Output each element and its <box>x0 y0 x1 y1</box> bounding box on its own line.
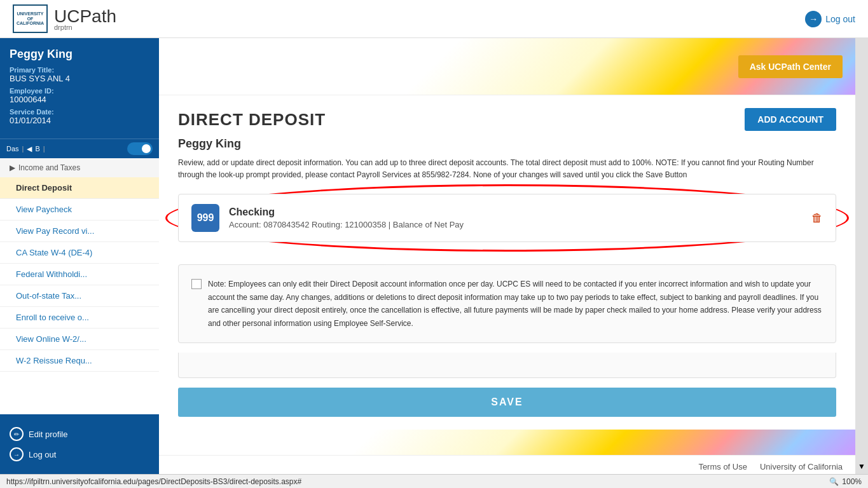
sidebar-user-info: Peggy King Primary Title: BUS SYS ANL 4 … <box>0 38 159 139</box>
terms-of-use-link[interactable]: Terms of Use <box>698 462 747 471</box>
page-header: DIRECT DEPOSIT ADD ACCOUNT <box>178 108 836 131</box>
sidebar-item-ca-state-w4[interactable]: CA State W-4 (DE-4) <box>0 242 159 264</box>
ask-ucpath-button[interactable]: Ask UCPath Center <box>738 55 843 78</box>
delete-account-button[interactable]: 🗑 <box>811 212 823 225</box>
logout-icon: → <box>805 11 822 27</box>
top-bar-right: → Log out <box>805 11 855 27</box>
chevron-down-icon: ▼ <box>858 462 865 471</box>
sidebar-logout-label: Log out <box>29 450 56 459</box>
sidebar-item-label: Direct Deposit <box>16 183 72 193</box>
main-content: Ask UCPath Center DIRECT DEPOSIT ADD ACC… <box>159 38 855 474</box>
top-bar: UNIVERSITYOFCALIFORNIA UCPath drptrn → L… <box>0 0 868 38</box>
sidebar-item-w2-reissue[interactable]: W-2 Reissue Requ... <box>0 350 159 372</box>
edit-profile-label: Edit profile <box>29 430 67 439</box>
info-text: Review, add or update direct deposit inf… <box>178 157 836 181</box>
sidebar-item-enroll-receive[interactable]: Enroll to receive o... <box>0 307 159 329</box>
sidebar-toggle[interactable] <box>127 142 153 155</box>
shortcut-das[interactable]: Das <box>6 145 19 152</box>
sidebar-item-label: View Paycheck <box>16 205 72 214</box>
logo-area: UNIVERSITYOFCALIFORNIA UCPath drptrn <box>13 4 116 33</box>
university-label: University of California <box>760 462 843 471</box>
edit-profile-icon: ✏ <box>10 427 24 441</box>
sidebar-footer: ✏ Edit profile → Log out <box>0 414 159 474</box>
account-icon: 999 <box>191 204 219 232</box>
logout-label: Log out <box>825 14 855 24</box>
sidebar-item-view-paycheck[interactable]: View Paycheck <box>0 199 159 220</box>
zoom-level: 100% <box>842 477 862 486</box>
logout-button[interactable]: → Log out <box>805 11 855 27</box>
banner: Ask UCPath Center <box>159 38 855 95</box>
sidebar-item-label: W-2 Reissue Requ... <box>16 356 92 365</box>
add-account-button[interactable]: ADD ACCOUNT <box>745 108 836 131</box>
sidebar-logout-button[interactable]: → Log out <box>10 444 149 464</box>
empty-row <box>178 353 836 378</box>
user-name: Peggy King <box>10 48 149 61</box>
sidebar-section-income-taxes[interactable]: ▶ Income and Taxes <box>0 158 159 177</box>
footer-gradient <box>159 430 855 455</box>
notice-checkbox-row: Note: Employees can only edit their Dire… <box>191 278 823 330</box>
scroll-arrow-right[interactable]: ▼ <box>855 38 868 474</box>
employee-id-value: 10000644 <box>10 95 149 104</box>
sidebar-item-label: View Pay Record vi... <box>16 226 94 236</box>
account-icon-text: 999 <box>197 212 214 224</box>
account-card-wrapper: 999 Checking Account: 0870843542 Routing… <box>178 194 836 242</box>
edit-profile-button[interactable]: ✏ Edit profile <box>10 424 149 444</box>
sidebar-item-label: Enroll to receive o... <box>16 313 89 322</box>
chevron-left-icon[interactable]: ◀ <box>27 145 32 153</box>
sidebar-logout-icon: → <box>10 447 24 461</box>
notice-checkbox[interactable] <box>191 279 202 289</box>
status-bar: https://ifpiltrn.universityofcalifornia.… <box>0 474 868 488</box>
page-title: DIRECT DEPOSIT <box>178 110 326 130</box>
sidebar-item-view-pay-record[interactable]: View Pay Record vi... <box>0 220 159 242</box>
status-url: https://ifpiltrn.universityofcalifornia.… <box>6 477 301 486</box>
service-date-label: Service Date: <box>10 108 149 116</box>
sidebar-item-label: View Online W-2/... <box>16 334 86 344</box>
chevron-right-icon: ▶ <box>10 163 15 172</box>
notice-box: Note: Employees can only edit their Dire… <box>178 264 836 343</box>
page-user-name: Peggy King <box>178 137 836 151</box>
account-details: Account: 0870843542 Routing: 121000358 |… <box>229 220 811 229</box>
footer: Terms of Use University of California <box>159 455 855 474</box>
sidebar-nav: ▶ Income and Taxes Direct Deposit View P… <box>0 158 159 414</box>
zoom-area: 🔍 100% <box>829 477 862 486</box>
sidebar-item-label: Federal Withholdi... <box>16 269 87 279</box>
notice-text: Note: Employees can only edit their Dire… <box>208 278 823 330</box>
sidebar-item-direct-deposit[interactable]: Direct Deposit <box>0 177 159 199</box>
account-type: Checking <box>229 207 811 218</box>
sidebar-item-label: Out-of-state Tax... <box>16 291 81 301</box>
sidebar-item-out-of-state-tax[interactable]: Out-of-state Tax... <box>0 285 159 307</box>
service-date-value: 01/01/2014 <box>10 116 149 125</box>
sidebar-item-federal-withholding[interactable]: Federal Withholdi... <box>0 264 159 285</box>
zoom-icon: 🔍 <box>829 477 839 486</box>
sidebar-item-view-online-w2[interactable]: View Online W-2/... <box>0 329 159 350</box>
section-header-label: Income and Taxes <box>18 163 80 172</box>
account-card: 999 Checking Account: 0870843542 Routing… <box>178 194 836 242</box>
save-button[interactable]: SAVE <box>178 388 836 417</box>
account-info: Checking Account: 0870843542 Routing: 12… <box>229 207 811 229</box>
employee-id-label: Employee ID: <box>10 87 149 95</box>
shortcut-emp[interactable]: B <box>35 145 39 152</box>
page-content: DIRECT DEPOSIT ADD ACCOUNT Peggy King Re… <box>159 95 855 430</box>
uc-logo: UNIVERSITYOFCALIFORNIA <box>13 4 48 33</box>
primary-title-value: BUS SYS ANL 4 <box>10 74 149 83</box>
primary-title-label: Primary Title: <box>10 66 149 74</box>
sidebar-item-label: CA State W-4 (DE-4) <box>16 248 92 257</box>
uc-logo-text: UNIVERSITYOFCALIFORNIA <box>17 11 44 26</box>
sidebar: Peggy King Primary Title: BUS SYS ANL 4 … <box>0 38 159 474</box>
